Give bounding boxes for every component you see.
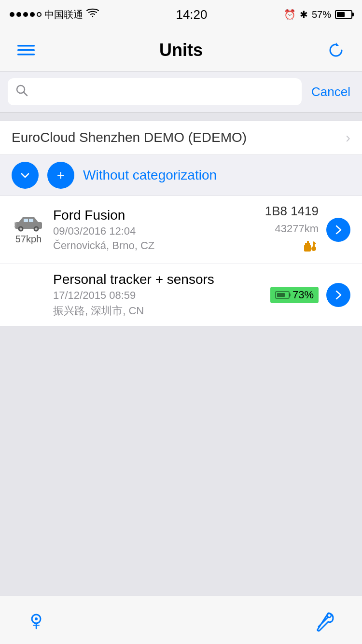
menu-button[interactable] <box>12 36 41 65</box>
svg-rect-2 <box>17 54 35 56</box>
dot2 <box>16 12 21 17</box>
unit-date-2: 17/12/2015 08:59 <box>53 289 263 302</box>
collapse-button[interactable] <box>12 162 39 189</box>
battery-fill <box>337 12 345 17</box>
category-row: + Without categorization <box>0 155 362 196</box>
group-name: EuroCloud Shenzhen DEMO (EDEMO) <box>12 130 247 145</box>
speed-label: 57kph <box>15 234 42 245</box>
unit-detail-button-2[interactable] <box>326 283 350 307</box>
search-input[interactable] <box>33 85 294 98</box>
svg-rect-0 <box>17 45 35 47</box>
svg-rect-7 <box>24 219 28 222</box>
carrier-label: 中国联通 <box>44 8 83 21</box>
page-title: Units <box>159 40 203 60</box>
svg-rect-18 <box>307 241 309 244</box>
bottom-tab-bar <box>0 596 362 644</box>
svg-line-5 <box>24 92 27 96</box>
vehicle-icon-wrap: 57kph <box>12 215 45 245</box>
add-unit-button[interactable]: + <box>47 162 74 189</box>
nav-bar: Units <box>0 29 362 71</box>
svg-point-12 <box>35 227 38 230</box>
battery-pct-label: 73% <box>292 289 314 301</box>
battery-indicator-icon <box>275 291 290 299</box>
battery-icon <box>335 10 352 19</box>
group-chevron-icon: › <box>346 129 350 146</box>
dot1 <box>10 12 14 17</box>
dot3 <box>23 12 28 17</box>
unit-detail-button-1[interactable] <box>326 218 350 242</box>
item-right-2: 73% <box>270 287 319 303</box>
unit-location-2: 振兴路, 深圳市, CN <box>53 304 263 318</box>
battery-indicator-fill <box>277 293 285 297</box>
list-item: Personal tracker + sensors 17/12/2015 08… <box>0 264 362 326</box>
map-tab-button[interactable] <box>19 603 53 637</box>
item-info-1: Ford Fusion 09/03/2016 12:04 Černovická,… <box>53 208 257 252</box>
km-label-1: 43277km <box>275 223 319 235</box>
battery-indicator: 73% <box>270 287 319 303</box>
plus-icon: + <box>57 168 65 183</box>
unit-location-1: Černovická, Brno, CZ <box>53 239 257 252</box>
cancel-button[interactable]: Cancel <box>307 84 354 99</box>
oil-warning-icon <box>301 239 319 256</box>
status-right: ⏰ ✱ 57% <box>284 9 352 20</box>
signal-dots <box>10 12 42 17</box>
alarm-icon: ⏰ <box>284 9 296 20</box>
status-bar: 中国联通 14:20 ⏰ ✱ 57% <box>0 0 362 29</box>
svg-rect-1 <box>17 49 35 51</box>
svg-rect-8 <box>29 219 33 222</box>
status-left: 中国联通 <box>10 8 99 21</box>
unit-name-1: Ford Fusion <box>53 208 257 223</box>
search-bar-container: Cancel <box>0 71 362 112</box>
settings-tab-button[interactable] <box>309 603 343 637</box>
wifi-icon <box>86 8 99 21</box>
svg-rect-16 <box>304 245 311 252</box>
plate-number-1: 1B8 1419 <box>265 204 319 219</box>
svg-point-23 <box>327 614 331 617</box>
list-item: 57kph Ford Fusion 09/03/2016 12:04 Černo… <box>0 196 362 264</box>
dot5 <box>37 12 42 17</box>
refresh-button[interactable] <box>321 36 350 65</box>
bluetooth-icon: ✱ <box>300 9 308 20</box>
item-right-1: 1B8 1419 43277km <box>265 204 319 256</box>
svg-marker-3 <box>336 42 339 46</box>
dot4 <box>30 12 35 17</box>
unit-name-2: Personal tracker + sensors <box>53 272 263 287</box>
item-info-2: Personal tracker + sensors 17/12/2015 08… <box>53 272 263 318</box>
search-wrapper <box>8 78 302 105</box>
category-label: Without categorization <box>83 168 217 183</box>
svg-point-22 <box>35 617 38 620</box>
group-header[interactable]: EuroCloud Shenzhen DEMO (EDEMO) › <box>0 120 362 155</box>
search-icon <box>15 84 28 99</box>
svg-point-10 <box>20 227 22 230</box>
battery-pct-label: 57% <box>312 9 331 20</box>
unit-date-1: 09/03/2016 12:04 <box>53 225 257 238</box>
status-time: 14:20 <box>176 7 207 22</box>
